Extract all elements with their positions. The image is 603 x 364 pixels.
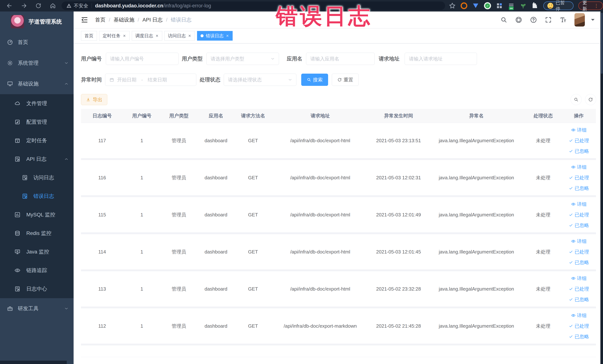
action-ignored[interactable]: 已忽略 bbox=[569, 220, 589, 231]
close-icon[interactable] bbox=[123, 34, 126, 37]
sidebar-item-label: 文件管理 bbox=[26, 100, 47, 107]
page-scrollbar[interactable] bbox=[600, 12, 603, 364]
sidebar-item-system-management[interactable]: 系统管理 bbox=[0, 53, 74, 73]
action-processed[interactable]: 已处理 bbox=[569, 284, 589, 294]
sidebar-item-redis-monitor[interactable]: Redis 监控 bbox=[0, 224, 74, 243]
action-ignored[interactable]: 已忽略 bbox=[569, 146, 589, 156]
forward-icon[interactable] bbox=[21, 3, 27, 9]
check-icon bbox=[569, 287, 573, 291]
action-detail[interactable]: 详细 bbox=[571, 162, 587, 172]
sidebar-item-mysql-monitor[interactable]: MySQL 监控 bbox=[0, 205, 74, 224]
reload-icon[interactable] bbox=[35, 3, 42, 9]
action-detail[interactable]: 详细 bbox=[571, 125, 587, 135]
action-ignored[interactable]: 已忽略 bbox=[569, 331, 589, 342]
search-icon[interactable] bbox=[500, 16, 507, 23]
toolbox-icon bbox=[7, 305, 13, 312]
sidebar-item-cron-job[interactable]: 定时任务 bbox=[0, 131, 74, 150]
puzzle-extensions-icon[interactable] bbox=[532, 2, 538, 9]
switch-on-extension-icon[interactable]: on bbox=[508, 2, 515, 9]
breadcrumb-item[interactable]: 首页 bbox=[95, 16, 105, 23]
paused-extension-pill[interactable]: 已暂停 bbox=[543, 1, 574, 10]
sidebar-item-error-log[interactable]: 错误日志 bbox=[0, 187, 74, 205]
reset-button[interactable]: 重置 bbox=[332, 74, 359, 86]
caret-down-icon[interactable] bbox=[589, 16, 596, 23]
logo-avatar bbox=[11, 15, 24, 28]
tab-schedule-log[interactable]: 调度日志 bbox=[132, 31, 162, 41]
sidebar-item-api-log[interactable]: API 日志 bbox=[0, 150, 74, 168]
range-separator: - bbox=[141, 77, 143, 83]
address-bar[interactable]: 不安全 dashboard.yudao.iocoder.cn/infra/log… bbox=[61, 1, 445, 10]
action-detail[interactable]: 详细 bbox=[571, 236, 587, 247]
sidebar-item-java-monitor[interactable]: Java 监控 bbox=[0, 243, 74, 261]
sidebar-item-dev-tools[interactable]: 研发工具 bbox=[0, 298, 74, 319]
github-icon[interactable] bbox=[515, 16, 522, 23]
font-size-icon[interactable] bbox=[560, 16, 567, 23]
back-icon[interactable] bbox=[6, 3, 13, 9]
download-icon bbox=[86, 97, 91, 102]
sidebar-item-config-management[interactable]: 配置管理 bbox=[0, 113, 74, 131]
sidebar-logo[interactable]: 芋道管理系统 bbox=[0, 12, 74, 32]
action-processed[interactable]: 已处理 bbox=[569, 321, 589, 331]
tab-home[interactable]: 首页 bbox=[81, 31, 97, 41]
search-button[interactable]: 搜索 bbox=[301, 74, 328, 86]
sidebar-scrollbar[interactable] bbox=[0, 361, 67, 364]
grid-extension-icon[interactable] bbox=[496, 2, 503, 9]
breadcrumb-item[interactable]: 基础设施 bbox=[114, 16, 134, 23]
close-icon[interactable] bbox=[226, 34, 229, 37]
app-name-input[interactable]: 请输入应用名 bbox=[306, 53, 375, 65]
sidebar-item-trace[interactable]: 链路追踪 bbox=[0, 261, 74, 280]
green-check-extension-icon[interactable]: ✓ bbox=[484, 2, 491, 9]
magnifier-icon bbox=[307, 78, 311, 82]
export-button[interactable]: 导出 bbox=[81, 94, 107, 105]
orange-ring-extension-icon[interactable] bbox=[461, 2, 467, 9]
fullscreen-icon[interactable] bbox=[545, 16, 552, 23]
eye-icon bbox=[571, 202, 576, 206]
exception-time-range-picker[interactable]: 开始日期 - 结束日期 bbox=[105, 74, 196, 86]
action-ignored[interactable]: 已忽略 bbox=[569, 257, 589, 268]
sidebar-item-file-management[interactable]: 文件管理 bbox=[0, 94, 74, 113]
scrollbar-thumb[interactable] bbox=[601, 13, 603, 74]
sidebar-item-home[interactable]: 首页 bbox=[0, 32, 74, 53]
sidebar-item-access-log[interactable]: 访问日志 bbox=[0, 168, 74, 187]
action-label: 已处理 bbox=[575, 172, 589, 183]
sidebar-item-label: Redis 监控 bbox=[26, 230, 51, 237]
blue-shield-extension-icon[interactable] bbox=[472, 2, 479, 9]
sidebar-item-infrastructure[interactable]: 基础设施 bbox=[0, 73, 74, 94]
breadcrumb-item[interactable]: API 日志 bbox=[142, 16, 163, 23]
refresh-table-button[interactable] bbox=[585, 94, 596, 105]
breadcrumb-item[interactable]: 错误日志 bbox=[171, 16, 191, 23]
action-ignored[interactable]: 已忽略 bbox=[569, 294, 589, 305]
browser-menu-icon[interactable]: ⋮ bbox=[594, 3, 599, 9]
user-id-input[interactable]: 请输入用户编号 bbox=[106, 53, 178, 65]
table-header-row: 日志编号用户编号用户类型应用名请求方法名请求地址异常发生时间异常名处理状态操作 bbox=[81, 109, 596, 123]
action-processed[interactable]: 已处理 bbox=[569, 210, 589, 220]
tab-error-log[interactable]: 错误日志 bbox=[197, 31, 233, 41]
action-processed[interactable]: 已处理 bbox=[569, 172, 589, 183]
sidebar-item-label: 系统管理 bbox=[18, 59, 39, 67]
tab-access-log[interactable]: 访问日志 bbox=[164, 31, 195, 41]
eye-icon bbox=[571, 239, 576, 244]
home-icon[interactable] bbox=[50, 3, 56, 9]
cell-method: GET bbox=[234, 286, 272, 292]
question-icon[interactable] bbox=[530, 16, 537, 23]
close-icon[interactable] bbox=[155, 34, 159, 37]
request-url-input[interactable]: 请输入请求地址 bbox=[405, 53, 477, 65]
action-detail[interactable]: 详细 bbox=[571, 273, 587, 284]
hide-search-button[interactable] bbox=[571, 94, 581, 105]
close-icon[interactable] bbox=[188, 34, 191, 37]
hamburger-fold-icon[interactable] bbox=[81, 16, 88, 24]
action-detail[interactable]: 详细 bbox=[571, 310, 587, 321]
user-avatar[interactable] bbox=[574, 13, 585, 26]
sidebar-item-log-center[interactable]: 日志中心 bbox=[0, 280, 74, 298]
bookmark-star-icon[interactable] bbox=[449, 2, 456, 9]
tab-cron-job[interactable]: 定时任务 bbox=[99, 31, 129, 41]
browser-update-button[interactable]: 更新 ⋮ bbox=[578, 1, 603, 10]
action-detail[interactable]: 详细 bbox=[571, 199, 587, 210]
action-ignored[interactable]: 已忽略 bbox=[569, 183, 589, 194]
user-type-select[interactable]: 请选择用户类型 bbox=[206, 53, 279, 65]
process-status-select[interactable]: 请选择处理状态 bbox=[224, 74, 296, 86]
app-window: 芋道管理系统 首页系统管理基础设施文件管理配置管理定时任务API 日志访问日志错… bbox=[0, 12, 603, 364]
sprout-extension-icon[interactable] bbox=[520, 2, 527, 9]
action-processed[interactable]: 已处理 bbox=[569, 135, 589, 146]
action-processed[interactable]: 已处理 bbox=[569, 247, 589, 257]
